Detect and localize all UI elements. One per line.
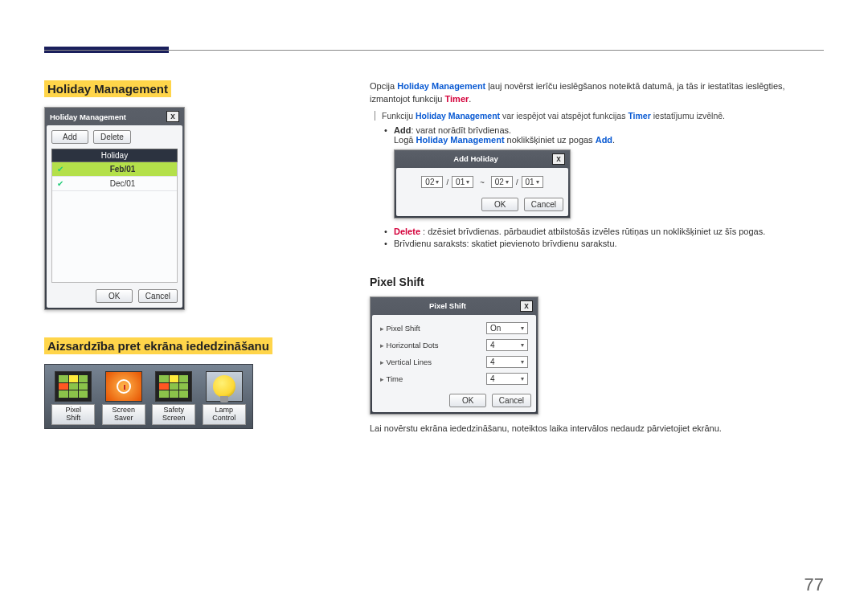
dialog-title: Pixel Shift bbox=[375, 301, 520, 310]
lamp-control-item[interactable]: Lamp Control bbox=[201, 371, 248, 425]
time-select[interactable]: 4 bbox=[486, 373, 528, 385]
month-end-select[interactable]: 02 bbox=[491, 176, 513, 188]
cancel-button[interactable]: Cancel bbox=[138, 289, 178, 303]
screen-saver-item[interactable]: Screen Saver bbox=[100, 371, 148, 425]
pixel-shift-select[interactable]: On bbox=[486, 322, 528, 334]
close-icon[interactable]: x bbox=[166, 111, 179, 122]
icon-caption: Lamp Control bbox=[203, 404, 246, 425]
add-button[interactable]: Add bbox=[51, 130, 88, 144]
icon-caption: Pixel Shift bbox=[51, 404, 95, 425]
list-item[interactable]: ✔ Feb/01 bbox=[52, 162, 177, 177]
check-icon[interactable]: ✔ bbox=[52, 165, 68, 174]
safety-screen-item[interactable]: Safety Screen bbox=[150, 371, 198, 425]
icon-caption: Screen Saver bbox=[102, 404, 145, 425]
check-icon[interactable]: ✔ bbox=[52, 179, 68, 188]
header-rule bbox=[44, 50, 824, 51]
vertical-lines-select[interactable]: 4 bbox=[486, 356, 528, 368]
bullet-list: Brīvdienu saraksts: skatiet pievienoto b… bbox=[384, 239, 824, 248]
pixel-shift-item[interactable]: Pixel Shift bbox=[50, 371, 97, 425]
time-row: Time 4 bbox=[377, 370, 531, 387]
pixel-shift-icon bbox=[55, 371, 92, 402]
ok-button[interactable]: OK bbox=[481, 198, 518, 211]
holiday-list: ✔ Feb/01 ✔ Dec/01 bbox=[51, 162, 178, 283]
close-icon[interactable]: x bbox=[520, 300, 533, 312]
page-number: 77 bbox=[805, 574, 824, 595]
ok-button[interactable]: OK bbox=[449, 394, 486, 407]
pixel-shift-row: Pixel Shift On bbox=[377, 320, 531, 337]
cancel-button[interactable]: Cancel bbox=[492, 394, 531, 407]
horizontal-dots-row: Horizontal Dots 4 bbox=[377, 337, 531, 353]
bullet-delete: Delete : dzēsiet brīvdienas. pārbaudiet … bbox=[384, 227, 824, 236]
delete-button[interactable]: Delete bbox=[93, 130, 131, 144]
pixel-shift-description: Lai novērstu ekrāna iededzināšanu, notei… bbox=[370, 423, 824, 435]
list-item[interactable]: ✔ Dec/01 bbox=[52, 177, 177, 191]
heading-holiday-management: Holiday Management bbox=[44, 80, 171, 97]
hm-note: Funkciju Holiday Management var iespējot… bbox=[375, 111, 824, 121]
safety-screen-icon bbox=[155, 371, 192, 402]
heading-screen-burn: Aizsardzība pret ekrāna iededzināšanu bbox=[44, 337, 272, 354]
day-end-select[interactable]: 01 bbox=[522, 176, 543, 188]
add-holiday-dialog: Add Holiday x 02 / 01 ~ 02 / 01 bbox=[394, 149, 571, 219]
icon-caption: Safety Screen bbox=[152, 404, 195, 425]
dialog-title: Holiday Management bbox=[50, 112, 126, 121]
holiday-column-header: Holiday bbox=[51, 149, 178, 162]
dialog-title: Add Holiday bbox=[399, 154, 552, 163]
ok-button[interactable]: OK bbox=[96, 289, 133, 303]
day-start-select[interactable]: 01 bbox=[452, 176, 473, 188]
heading-pixel-shift: Pixel Shift bbox=[370, 276, 824, 288]
screen-saver-icon bbox=[105, 371, 142, 402]
screen-burn-icon-group: Pixel Shift Screen Saver Safety Screen L… bbox=[44, 364, 253, 429]
lamp-control-icon bbox=[206, 371, 243, 402]
pixel-shift-dialog: Pixel Shift x Pixel Shift On Horizontal … bbox=[370, 296, 538, 415]
vertical-lines-row: Vertical Lines 4 bbox=[377, 353, 531, 370]
hm-description: Opcija Holiday Management ļauj novērst i… bbox=[370, 80, 824, 106]
cancel-button[interactable]: Cancel bbox=[524, 198, 563, 211]
close-icon[interactable]: x bbox=[552, 153, 565, 165]
bullet-add: Add: varat norādīt brīvdienas. Logā Holi… bbox=[384, 125, 824, 219]
range-separator: ~ bbox=[477, 178, 488, 186]
holiday-management-dialog: Holiday Management x Add Delete Holiday … bbox=[44, 107, 185, 310]
horizontal-dots-select[interactable]: 4 bbox=[486, 339, 528, 351]
month-start-select[interactable]: 02 bbox=[421, 176, 443, 188]
